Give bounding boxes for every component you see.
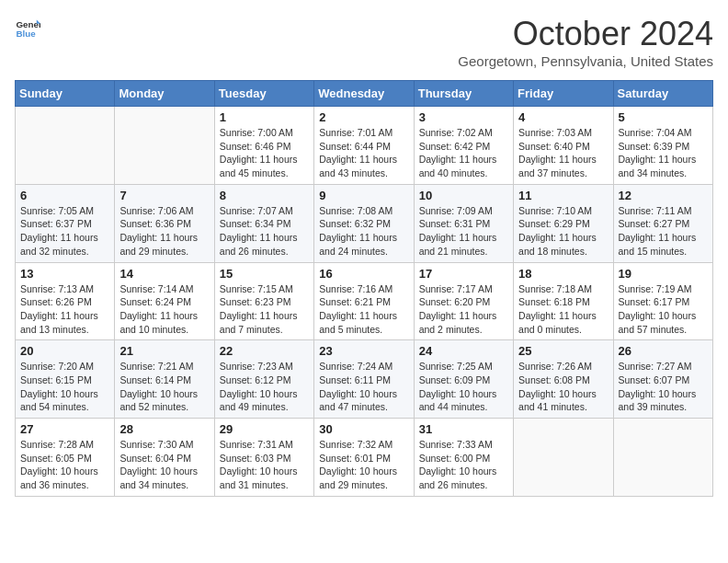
day-info: Sunrise: 7:15 AM Sunset: 6:23 PM Dayligh…: [220, 282, 309, 337]
day-info: Sunrise: 7:18 AM Sunset: 6:18 PM Dayligh…: [518, 282, 608, 337]
calendar-day-cell: 19Sunrise: 7:19 AM Sunset: 6:17 PM Dayli…: [613, 262, 712, 340]
day-number: 1: [220, 110, 309, 124]
title-block: October 2024 Georgetown, Pennsylvania, U…: [458, 15, 713, 69]
calendar-day-cell: 23Sunrise: 7:24 AM Sunset: 6:11 PM Dayli…: [314, 340, 414, 419]
calendar-day-cell: 10Sunrise: 7:09 AM Sunset: 6:31 PM Dayli…: [414, 184, 513, 262]
day-number: 20: [20, 344, 109, 358]
day-info: Sunrise: 7:03 AM Sunset: 6:40 PM Dayligh…: [518, 126, 608, 180]
day-info: Sunrise: 7:19 AM Sunset: 6:17 PM Dayligh…: [619, 282, 708, 337]
logo: General Blue: [15, 15, 40, 40]
day-info: Sunrise: 7:02 AM Sunset: 6:42 PM Dayligh…: [419, 126, 508, 180]
day-number: 18: [518, 267, 608, 281]
calendar-day-header: Friday: [514, 81, 613, 107]
day-info: Sunrise: 7:08 AM Sunset: 6:32 PM Dayligh…: [319, 204, 408, 259]
day-number: 31: [419, 422, 508, 436]
calendar-day-cell: 28Sunrise: 7:30 AM Sunset: 6:04 PM Dayli…: [115, 419, 214, 497]
day-info: Sunrise: 7:00 AM Sunset: 6:46 PM Dayligh…: [220, 126, 309, 180]
calendar-day-cell: 2Sunrise: 7:01 AM Sunset: 6:44 PM Daylig…: [314, 107, 414, 185]
calendar-day-cell: [613, 419, 712, 497]
day-number: 25: [518, 344, 608, 358]
day-info: Sunrise: 7:10 AM Sunset: 6:29 PM Dayligh…: [518, 204, 608, 259]
calendar-day-cell: 13Sunrise: 7:13 AM Sunset: 6:26 PM Dayli…: [16, 262, 115, 340]
day-number: 6: [20, 189, 109, 202]
day-number: 5: [619, 110, 708, 124]
day-info: Sunrise: 7:20 AM Sunset: 6:15 PM Dayligh…: [20, 360, 109, 414]
calendar-day-cell: 4Sunrise: 7:03 AM Sunset: 6:40 PM Daylig…: [514, 107, 613, 185]
day-number: 24: [419, 344, 508, 358]
day-number: 4: [518, 110, 608, 124]
calendar-day-cell: [514, 419, 613, 497]
day-info: Sunrise: 7:26 AM Sunset: 6:08 PM Dayligh…: [518, 360, 608, 414]
day-number: 15: [220, 267, 309, 281]
day-number: 9: [319, 189, 408, 202]
day-info: Sunrise: 7:28 AM Sunset: 6:05 PM Dayligh…: [20, 438, 109, 492]
day-number: 27: [20, 422, 109, 436]
calendar-day-cell: 30Sunrise: 7:32 AM Sunset: 6:01 PM Dayli…: [314, 419, 414, 497]
day-info: Sunrise: 7:23 AM Sunset: 6:12 PM Dayligh…: [220, 360, 309, 414]
calendar-day-cell: 12Sunrise: 7:11 AM Sunset: 6:27 PM Dayli…: [613, 184, 712, 262]
calendar-header-row: SundayMondayTuesdayWednesdayThursdayFrid…: [16, 81, 713, 107]
day-info: Sunrise: 7:25 AM Sunset: 6:09 PM Dayligh…: [419, 360, 508, 414]
day-number: 7: [119, 189, 209, 202]
day-number: 30: [319, 422, 408, 436]
day-info: Sunrise: 7:05 AM Sunset: 6:37 PM Dayligh…: [20, 204, 109, 259]
day-info: Sunrise: 7:27 AM Sunset: 6:07 PM Dayligh…: [619, 360, 708, 414]
day-number: 26: [619, 344, 708, 358]
day-info: Sunrise: 7:31 AM Sunset: 6:03 PM Dayligh…: [220, 438, 309, 492]
calendar-day-cell: 27Sunrise: 7:28 AM Sunset: 6:05 PM Dayli…: [16, 419, 115, 497]
day-number: 3: [419, 110, 508, 124]
calendar-day-cell: 6Sunrise: 7:05 AM Sunset: 6:37 PM Daylig…: [16, 184, 115, 262]
calendar-day-cell: 18Sunrise: 7:18 AM Sunset: 6:18 PM Dayli…: [514, 262, 613, 340]
day-number: 21: [119, 344, 209, 358]
calendar-day-header: Saturday: [613, 81, 712, 107]
day-info: Sunrise: 7:01 AM Sunset: 6:44 PM Dayligh…: [319, 126, 408, 180]
calendar-day-cell: 21Sunrise: 7:21 AM Sunset: 6:14 PM Dayli…: [115, 340, 214, 419]
calendar-day-cell: 17Sunrise: 7:17 AM Sunset: 6:20 PM Dayli…: [414, 262, 513, 340]
day-info: Sunrise: 7:09 AM Sunset: 6:31 PM Dayligh…: [419, 204, 508, 259]
day-info: Sunrise: 7:16 AM Sunset: 6:21 PM Dayligh…: [319, 282, 408, 337]
calendar-day-cell: 1Sunrise: 7:00 AM Sunset: 6:46 PM Daylig…: [214, 107, 313, 185]
calendar-week-row: 27Sunrise: 7:28 AM Sunset: 6:05 PM Dayli…: [16, 419, 713, 497]
day-number: 23: [319, 344, 408, 358]
page-header: General Blue October 2024 Georgetown, Pe…: [15, 15, 713, 69]
day-info: Sunrise: 7:04 AM Sunset: 6:39 PM Dayligh…: [619, 126, 708, 180]
calendar-table: SundayMondayTuesdayWednesdayThursdayFrid…: [15, 80, 713, 497]
day-number: 16: [319, 267, 408, 281]
calendar-day-cell: 20Sunrise: 7:20 AM Sunset: 6:15 PM Dayli…: [16, 340, 115, 419]
day-info: Sunrise: 7:33 AM Sunset: 6:00 PM Dayligh…: [419, 438, 508, 492]
calendar-day-cell: 14Sunrise: 7:14 AM Sunset: 6:24 PM Dayli…: [115, 262, 214, 340]
calendar-day-header: Tuesday: [214, 81, 313, 107]
calendar-week-row: 1Sunrise: 7:00 AM Sunset: 6:46 PM Daylig…: [16, 107, 713, 185]
calendar-day-header: Thursday: [414, 81, 513, 107]
calendar-day-cell: 22Sunrise: 7:23 AM Sunset: 6:12 PM Dayli…: [214, 340, 313, 419]
day-number: 10: [419, 189, 508, 202]
calendar-day-cell: 29Sunrise: 7:31 AM Sunset: 6:03 PM Dayli…: [214, 419, 313, 497]
day-number: 11: [518, 189, 608, 202]
calendar-day-cell: 24Sunrise: 7:25 AM Sunset: 6:09 PM Dayli…: [414, 340, 513, 419]
svg-text:Blue: Blue: [16, 29, 36, 39]
day-info: Sunrise: 7:17 AM Sunset: 6:20 PM Dayligh…: [419, 282, 508, 337]
calendar-day-header: Wednesday: [314, 81, 414, 107]
day-number: 8: [220, 189, 309, 202]
calendar-day-cell: 3Sunrise: 7:02 AM Sunset: 6:42 PM Daylig…: [414, 107, 513, 185]
day-info: Sunrise: 7:21 AM Sunset: 6:14 PM Dayligh…: [119, 360, 209, 414]
calendar-day-cell: 16Sunrise: 7:16 AM Sunset: 6:21 PM Dayli…: [314, 262, 414, 340]
day-info: Sunrise: 7:30 AM Sunset: 6:04 PM Dayligh…: [119, 438, 209, 492]
day-number: 13: [20, 267, 109, 281]
calendar-day-header: Sunday: [16, 81, 115, 107]
day-number: 19: [619, 267, 708, 281]
day-number: 2: [319, 110, 408, 124]
day-info: Sunrise: 7:24 AM Sunset: 6:11 PM Dayligh…: [319, 360, 408, 414]
calendar-day-cell: 15Sunrise: 7:15 AM Sunset: 6:23 PM Dayli…: [214, 262, 313, 340]
calendar-day-cell: 11Sunrise: 7:10 AM Sunset: 6:29 PM Dayli…: [514, 184, 613, 262]
day-number: 12: [619, 189, 708, 202]
calendar-day-cell: 25Sunrise: 7:26 AM Sunset: 6:08 PM Dayli…: [514, 340, 613, 419]
calendar-day-cell: [115, 107, 214, 185]
logo-icon: General Blue: [15, 15, 40, 40]
calendar-day-cell: 7Sunrise: 7:06 AM Sunset: 6:36 PM Daylig…: [115, 184, 214, 262]
calendar-day-cell: 8Sunrise: 7:07 AM Sunset: 6:34 PM Daylig…: [214, 184, 313, 262]
day-info: Sunrise: 7:13 AM Sunset: 6:26 PM Dayligh…: [20, 282, 109, 337]
calendar-day-header: Monday: [115, 81, 214, 107]
location: Georgetown, Pennsylvania, United States: [458, 53, 713, 69]
calendar-week-row: 13Sunrise: 7:13 AM Sunset: 6:26 PM Dayli…: [16, 262, 713, 340]
